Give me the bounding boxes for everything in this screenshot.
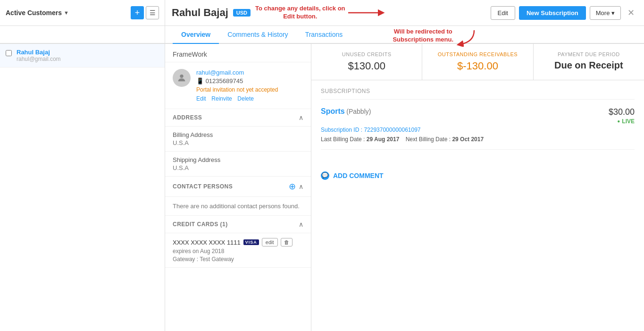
subscription-item: Sports (Pabbly) $30.00 LIVE Subscription…: [321, 107, 635, 150]
dropdown-arrow-icon: ▼: [64, 10, 69, 16]
subscription-name-group: Sports (Pabbly): [321, 107, 371, 116]
contact-actions: Edit Reinvite Delete: [196, 95, 278, 102]
subscription-top: Sports (Pabbly) $30.00 LIVE: [321, 107, 635, 125]
payment-due-label: PAYMENT DUE PERIOD: [543, 51, 635, 57]
stat-payment-due: PAYMENT DUE PERIOD Due on Receipt: [534, 44, 644, 80]
credit-cards-section-header[interactable]: CREDIT CARDS (1) ∧: [165, 216, 311, 233]
next-billing-date: 29 Oct 2017: [452, 136, 484, 143]
subscriptions-title: SUBSCRIPTIONS: [321, 88, 635, 100]
tabs-container: Overview Comments & History Transactions: [165, 26, 359, 43]
contact-persons-actions: ⊕ ∧: [289, 181, 303, 192]
billing-dates: Last Billing Date : 29 Aug 2017 Next Bil…: [321, 136, 635, 143]
stat-outstanding-receivables: OUTSTANDING RECEIVABLES $-130.00: [422, 44, 533, 80]
add-comment-label: ADD COMMENT: [333, 172, 384, 179]
full-header: Active Customers ▼ + ☰ Rahul Bajaj USD T…: [0, 0, 644, 26]
no-contact-persons-msg: There are no additional contact persons …: [165, 197, 311, 216]
list-view-button[interactable]: ☰: [146, 6, 159, 19]
right-panel: UNUSED CREDITS $130.00 OUTSTANDING RECEI…: [311, 44, 644, 331]
add-comment-button[interactable]: 💬 ADD COMMENT: [321, 171, 384, 180]
contact-reinvite-link[interactable]: Reinvite: [211, 95, 232, 102]
outstanding-receivables-value: $-130.00: [432, 60, 523, 72]
unused-credits-value: $130.00: [321, 60, 412, 72]
credit-card-item: XXXX XXXX XXXX 1111 VISA edit 🗑 expires …: [165, 233, 311, 268]
tab-comments-history[interactable]: Comments & History: [219, 26, 296, 44]
active-customers-text: Active Customers: [6, 9, 62, 17]
contact-persons-section-header[interactable]: CONTACT PERSONS ⊕ ∧: [165, 177, 311, 197]
arrow-right-icon: [348, 8, 386, 17]
customer-checkbox[interactable]: [6, 50, 12, 56]
sidebar-customer-info: Rahul Bajaj rahul@gmail.com: [17, 49, 61, 62]
framework-label: FrameWork: [165, 44, 311, 62]
sidebar-header: Active Customers ▼ + ☰: [0, 0, 165, 25]
sidebar-customer-item[interactable]: Rahul Bajaj rahul@gmail.com: [0, 44, 165, 68]
sidebar-tab-spacer: [0, 26, 165, 43]
redirect-annotation: Will be redirected to Subscriptions menu…: [393, 28, 479, 47]
payment-due-value: Due on Receipt: [543, 60, 635, 71]
billing-address-value: U.S.A: [173, 139, 303, 146]
edit-button[interactable]: Edit: [491, 6, 515, 20]
credit-cards-chevron-icon: ∧: [299, 221, 303, 228]
tabs-row: Overview Comments & History Transactions…: [0, 26, 644, 44]
stats-bar: UNUSED CREDITS $130.00 OUTSTANDING RECEI…: [311, 44, 644, 80]
add-customer-button[interactable]: +: [131, 6, 144, 19]
contact-delete-link[interactable]: Delete: [237, 95, 254, 102]
billing-address-block: Billing Address U.S.A: [165, 127, 311, 152]
svg-point-3: [180, 75, 183, 78]
sidebar-customer-name[interactable]: Rahul Bajaj: [17, 49, 61, 56]
add-comment-section: 💬 ADD COMMENT: [311, 162, 644, 189]
tab-transactions[interactable]: Transactions: [297, 26, 351, 44]
card-number-row: XXXX XXXX XXXX 1111 VISA edit 🗑: [173, 238, 303, 246]
main-body: Rahul Bajaj rahul@gmail.com FrameWork ra…: [0, 44, 644, 331]
address-chevron-icon: ∧: [299, 114, 303, 121]
shipping-address-value: U.S.A: [173, 164, 303, 171]
card-expires: expires on Aug 2018: [173, 248, 303, 255]
new-subscription-button[interactable]: New Subscription: [519, 6, 586, 20]
left-panel: FrameWork rahul@gmail.com 01235689745 Po…: [165, 44, 311, 331]
unused-credits-label: UNUSED CREDITS: [321, 51, 412, 57]
tooltip-annotation: To change any details, click on Edit but…: [255, 5, 345, 21]
currency-badge: USD: [233, 9, 251, 17]
avatar: [173, 69, 191, 87]
tab-overview[interactable]: Overview: [173, 26, 219, 44]
contact-email[interactable]: rahul@gmail.com: [196, 69, 278, 76]
sidebar-topbar: Active Customers ▼ + ☰: [6, 6, 159, 19]
subscription-price-group: $30.00 LIVE: [609, 107, 635, 125]
close-button[interactable]: ✕: [625, 7, 637, 19]
contact-phone: 01235689745: [196, 77, 278, 85]
contact-persons-chevron-icon: ∧: [299, 183, 303, 190]
add-contact-person-icon[interactable]: ⊕: [289, 181, 296, 192]
billing-address-label: Billing Address: [173, 131, 303, 138]
shipping-address-label: Shipping Address: [173, 156, 303, 163]
card-delete-button[interactable]: 🗑: [281, 238, 293, 246]
outstanding-receivables-label: OUTSTANDING RECEIVABLES: [432, 51, 523, 57]
sidebar-customer-email: rahul@gmail.com: [17, 56, 61, 62]
contact-edit-link[interactable]: Edit: [196, 95, 206, 102]
active-customers-label[interactable]: Active Customers ▼: [6, 9, 128, 17]
tooltip-area: To change any details, click on Edit but…: [255, 5, 491, 21]
last-billing-label: Last Billing Date :: [321, 136, 365, 143]
arrow-redirect-icon: [455, 28, 479, 47]
subscription-id-row: Subscription ID : 722937000000061097: [321, 127, 635, 133]
contact-info: rahul@gmail.com 01235689745 Portal invit…: [196, 69, 278, 102]
subscription-id-value: 722937000000061097: [364, 127, 420, 133]
portal-invitation-msg: Portal invitation not yet accepted: [196, 86, 278, 93]
visa-badge: VISA: [243, 239, 259, 245]
subscription-name[interactable]: Sports: [321, 107, 345, 115]
card-gateway: Gateway : Test Gateway: [173, 256, 303, 263]
address-section-header[interactable]: ADDRESS ∧: [165, 109, 311, 127]
subscriptions-section: SUBSCRIPTIONS Sports (Pabbly) $30.00 LIV…: [311, 80, 644, 162]
stat-unused-credits: UNUSED CREDITS $130.00: [311, 44, 422, 80]
address-label: ADDRESS: [173, 114, 202, 121]
shipping-address-block: Shipping Address U.S.A: [165, 152, 311, 177]
main-header: Rahul Bajaj USD To change any details, c…: [165, 0, 644, 25]
card-edit-button[interactable]: edit: [262, 238, 278, 246]
contact-card: rahul@gmail.com 01235689745 Portal invit…: [165, 62, 311, 109]
subscription-provider: (Pabbly): [346, 108, 371, 115]
person-icon: [176, 73, 187, 83]
comment-bubble-icon: 💬: [321, 171, 329, 180]
header-content: Rahul Bajaj USD To change any details, c…: [172, 0, 637, 25]
sidebar: Rahul Bajaj rahul@gmail.com: [0, 44, 165, 331]
customer-name-title: Rahul Bajaj: [172, 7, 228, 19]
more-button[interactable]: More ▾: [590, 6, 621, 20]
card-number-text: XXXX XXXX XXXX 1111: [173, 239, 241, 246]
